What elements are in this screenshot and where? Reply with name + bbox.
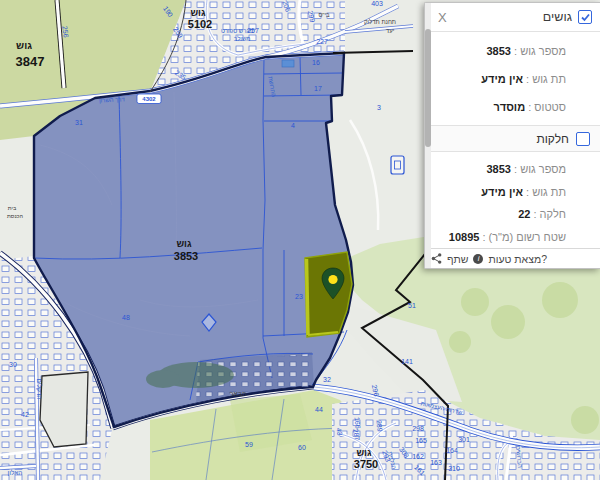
row-label: תת גוש [532,73,566,87]
info-row: מספר גוש : 3853 [425,158,600,181]
svg-text:227: 227 [316,38,328,45]
scrollbar-thumb[interactable] [425,29,431,147]
svg-text:162: 162 [412,453,424,460]
svg-text:5102: 5102 [188,18,212,30]
row-value: 22 [518,208,530,222]
panel-footer: שתף i מצאת טעות? [425,248,600,268]
svg-text:16: 16 [312,59,320,66]
info-row: תת גוש : אין מידע [425,181,600,204]
svg-text:בי"ס: בי"ס [318,12,330,18]
row-value: 10895 [449,231,480,245]
row-label: מספר גוש [520,163,566,177]
svg-text:מגרש ספורט: מגרש ספורט [221,28,253,34]
svg-text:256: 256 [61,25,69,38]
svg-text:גוש: גוש [16,40,32,51]
row-value: 3853 [487,163,511,177]
svg-text:4302: 4302 [142,96,156,102]
row-value: אין מידע [481,186,523,200]
svg-text:17: 17 [314,85,322,92]
row-label: סטטוס [534,101,566,115]
svg-text:48: 48 [122,314,130,321]
svg-text:23: 23 [295,293,303,300]
info-row: תת גוש : אין מידע [425,66,600,94]
row-label: חלקה [540,208,566,222]
svg-text:60: 60 [298,444,306,451]
svg-text:30: 30 [9,361,17,368]
info-icon: i [473,254,483,264]
row-label: תת גוש [532,186,566,200]
close-button[interactable]: X [435,9,450,26]
svg-text:298: 298 [412,425,424,432]
info-row: מספר גוש : 3853 [425,38,600,66]
block-info-card: מספר גוש : 3853 תת גוש : אין מידע סטטוס … [425,32,600,125]
svg-text:משולב: משולב [234,35,251,42]
svg-text:59: 59 [245,441,253,448]
svg-text:האלון: האלון [8,469,23,476]
share-button[interactable]: שתף [447,253,468,265]
section-title-parcels: חלקות [536,132,569,146]
svg-text:44: 44 [315,406,323,413]
svg-text:164: 164 [446,447,458,454]
parcel-info-card: מספר גוש : 3853 תת גוש : אין מידע חלקה :… [425,152,600,248]
row-value: 3853 [487,45,511,59]
svg-text:163: 163 [430,459,442,466]
svg-text:166: 166 [353,417,361,429]
svg-text:3750: 3750 [354,458,378,470]
svg-text:141: 141 [401,358,413,365]
section-title-blocks: גושים [543,10,572,24]
svg-text:43: 43 [335,427,343,436]
svg-text:הדקלים: הדקלים [36,379,43,400]
svg-text:32: 32 [323,376,331,383]
svg-text:הבאר: הבאר [230,390,247,397]
check-icon [581,13,590,22]
svg-text:3: 3 [377,104,381,111]
info-row: שטח רשום (מ"ר) : 10895 [425,227,600,249]
row-value: אין מידע [481,73,523,87]
svg-text:הכנסת: הכנסת [7,213,23,219]
svg-text:51: 51 [408,302,416,309]
share-icon [431,253,442,264]
svg-text:42: 42 [21,411,29,418]
info-panel: גושים X מספר גוש : 3853 תת גוש : אין מיד… [424,2,600,269]
blocks-layer-checkbox[interactable] [578,10,592,24]
svg-text:בית: בית [8,205,17,211]
svg-text:403: 403 [371,0,383,7]
svg-text:גוש: גוש [190,7,206,18]
svg-text:310: 310 [448,465,460,472]
pool-feature [282,60,294,67]
svg-text:3847: 3847 [16,54,45,69]
parcels-layer-checkbox[interactable] [576,132,590,146]
svg-text:תחנת תדלוק: תחנת תדלוק [364,18,396,25]
svg-text:289: 289 [375,420,383,432]
row-label: מספר גוש [520,45,566,59]
svg-text:גוש: גוש [176,238,192,249]
svg-text:4: 4 [291,122,295,129]
svg-text:גוש: גוש [356,447,372,458]
svg-text:31: 31 [75,119,83,126]
map-app: גוש3847גוש5102גוש3853גוש3750313042161743… [0,0,600,480]
section-header-parcels: חלקות [425,125,600,152]
svg-text:301: 301 [458,436,470,443]
section-header-blocks: גושים [543,10,592,24]
svg-text:יעד: יעד [386,28,395,34]
svg-text:165: 165 [415,437,427,444]
panel-scrollbar[interactable] [425,3,431,268]
info-row: חלקה : 22 [425,204,600,227]
info-row: סטטוס : מוסדר [425,94,600,122]
report-error-link[interactable]: מצאת טעות? [488,253,547,265]
row-label: שטח רשום (מ"ר) [489,231,566,245]
small-structure [391,156,404,174]
svg-text:3853: 3853 [174,250,198,262]
panel-header: גושים X [425,3,600,32]
row-value: מוסדר [493,101,525,115]
